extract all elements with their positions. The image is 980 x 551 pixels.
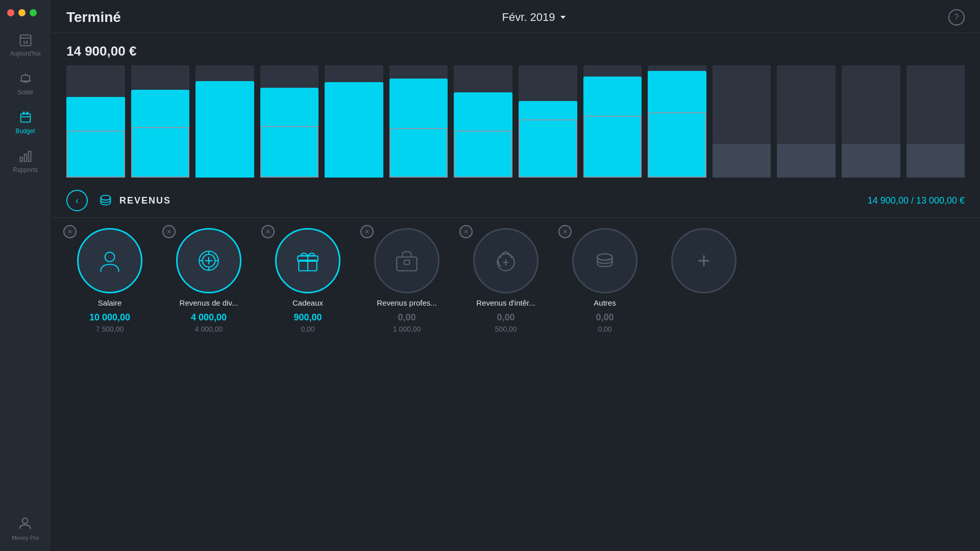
item-actual-autres: 0,00	[596, 312, 614, 323]
item-actual-salaire: 10 000,00	[89, 312, 130, 323]
bar-group	[131, 65, 190, 178]
bar-group	[195, 65, 254, 178]
bar-bg	[260, 65, 319, 178]
bar-fill	[713, 144, 771, 178]
page-title: Terminé	[66, 9, 121, 26]
sidebar-item-budget[interactable]: Budget	[0, 103, 51, 142]
traffic-lights	[7, 9, 37, 16]
bar-bg	[66, 65, 125, 178]
remove-revenus-prof-button[interactable]: ×	[360, 225, 374, 238]
bar-fill	[131, 90, 190, 178]
remove-salaire-button[interactable]: ×	[63, 225, 77, 238]
bar-group	[842, 65, 900, 178]
item-card-cadeaux[interactable]: ×Cadeaux900,000,00	[264, 228, 351, 333]
item-circle-salaire[interactable]	[77, 228, 142, 293]
item-name-revenus-div: Revenus de div...	[180, 298, 238, 307]
bar-bg	[842, 65, 900, 178]
minimize-button[interactable]	[18, 9, 26, 16]
svg-point-18	[105, 252, 115, 262]
bar-bg	[454, 65, 512, 178]
bar-bg	[777, 65, 836, 178]
item-card-revenus-div[interactable]: ×Revenus de div...4 000,004 000,00	[165, 228, 252, 333]
svg-rect-11	[20, 157, 22, 161]
header: Terminé Févr. 2019 ?	[51, 0, 980, 33]
maximize-button[interactable]	[30, 9, 37, 16]
sidebar-item-solde-label: Solde	[17, 89, 33, 96]
item-circle-revenus-inter[interactable]	[473, 228, 538, 293]
remove-autres-button[interactable]: ×	[558, 225, 572, 238]
date-selector[interactable]: Févr. 2019	[502, 11, 567, 24]
item-card-revenus-inter[interactable]: ×Revenus d'intêr...0,00500,00	[462, 228, 549, 333]
category-header: ‹ REVENUS 14 900,00 / 13 000,00 €	[66, 183, 965, 217]
sidebar-item-solde[interactable]: Solde	[0, 64, 51, 103]
main-content: Terminé Févr. 2019 ? 14 900,00 € ‹	[51, 0, 980, 551]
item-actual-revenus-inter: 0,00	[497, 312, 514, 323]
help-icon: ?	[954, 13, 959, 22]
chart-total: 14 900,00 €	[66, 43, 965, 59]
sidebar-item-today[interactable]: 15 Aujourd'hui	[0, 26, 51, 64]
bar-group	[325, 65, 383, 178]
sidebar-item-rapports[interactable]: Rapports	[0, 142, 51, 181]
category-name: REVENUS	[119, 195, 171, 206]
item-circle-cadeaux[interactable]	[275, 228, 340, 293]
prev-button[interactable]: ‹	[66, 190, 88, 211]
svg-rect-29	[397, 257, 417, 271]
sidebar-item-today-label: Aujourd'hui	[10, 50, 41, 57]
item-card-revenus-prof[interactable]: ×Revenus profes...0,001 000,00	[363, 228, 450, 333]
remove-revenus-div-button[interactable]: ×	[162, 225, 176, 238]
items-grid: ×Salaire10 000,007 500,00×Revenus de div…	[51, 218, 980, 348]
bar-fill	[583, 77, 642, 178]
add-item-button[interactable]	[660, 228, 747, 293]
coins-icon	[95, 191, 114, 210]
bar-bg	[131, 65, 190, 178]
bar-fill	[648, 71, 706, 178]
svg-point-14	[22, 518, 28, 523]
bar-bg	[325, 65, 383, 178]
bar-bg	[519, 65, 577, 178]
item-name-autres: Autres	[594, 298, 616, 307]
bar-bg	[648, 65, 706, 178]
bar-bg	[713, 65, 771, 178]
bar-group	[648, 65, 706, 178]
bar-group	[519, 65, 577, 178]
bar-fill	[389, 79, 448, 178]
bar-chart	[66, 65, 965, 178]
bar-group	[583, 65, 642, 178]
close-button[interactable]	[7, 9, 14, 16]
svg-rect-8	[23, 112, 24, 115]
remove-cadeaux-button[interactable]: ×	[261, 225, 275, 238]
item-card-salaire[interactable]: ×Salaire10 000,007 500,00	[66, 228, 153, 333]
bar-fill	[906, 144, 965, 178]
item-budget-revenus-prof: 1 000,00	[393, 325, 421, 333]
bar-bg	[906, 65, 965, 178]
svg-rect-9	[27, 112, 28, 115]
item-circle-revenus-prof[interactable]	[374, 228, 439, 293]
svg-rect-7	[20, 114, 30, 122]
bar-group	[713, 65, 771, 178]
item-circle-revenus-div[interactable]	[176, 228, 241, 293]
bar-fill	[454, 92, 512, 178]
category-amounts: 14 900,00 / 13 000,00 €	[868, 195, 965, 206]
item-budget-salaire: 7 500,00	[96, 325, 124, 333]
bar-group	[777, 65, 836, 178]
help-button[interactable]: ?	[948, 9, 965, 26]
item-name-cadeaux: Cadeaux	[292, 298, 323, 307]
svg-rect-12	[24, 155, 27, 162]
bar-group	[906, 65, 965, 178]
item-actual-revenus-div: 4 000,00	[191, 312, 227, 323]
bar-group	[260, 65, 319, 178]
sidebar-item-budget-label: Budget	[15, 128, 35, 135]
bar-fill	[842, 144, 900, 178]
item-actual-revenus-prof: 0,00	[398, 312, 415, 323]
bar-group	[389, 65, 448, 178]
item-card-autres[interactable]: ×Autres0,000,00	[561, 228, 648, 333]
item-circle-autres[interactable]	[572, 228, 638, 293]
sidebar-bottom[interactable]: Money Pro	[12, 515, 39, 541]
bar-bg	[389, 65, 448, 178]
svg-rect-13	[28, 152, 31, 162]
remove-revenus-inter-button[interactable]: ×	[459, 225, 473, 238]
item-budget-cadeaux: 0,00	[301, 325, 314, 333]
sidebar: 15 Aujourd'hui Solde Budget	[0, 0, 51, 551]
bar-fill	[66, 97, 125, 178]
chart-area: 14 900,00 €	[51, 33, 980, 183]
